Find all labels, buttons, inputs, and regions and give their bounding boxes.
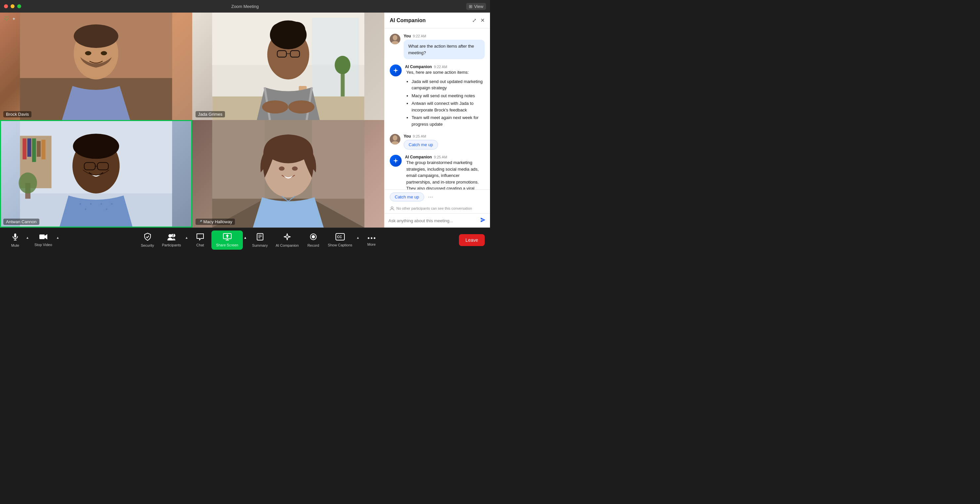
- chat-button[interactable]: Chat: [190, 231, 210, 249]
- stop-video-label: Stop Video: [34, 243, 52, 247]
- svg-point-17: [287, 22, 305, 38]
- more-suggestions-button[interactable]: ···: [427, 194, 434, 200]
- ai-bubble-1: Yes, here are some action items: Jada wi…: [405, 69, 485, 127]
- close-button[interactable]: [4, 4, 8, 8]
- svg-point-57: [393, 135, 397, 141]
- user-avatar-1: [390, 34, 400, 45]
- participants-arrow[interactable]: ▲: [184, 236, 189, 239]
- catch-me-up-suggestion[interactable]: Catch me up: [390, 192, 424, 201]
- message-row-1: You 9:22 AM What are the action items af…: [390, 34, 485, 59]
- ai-message-row-2: AI Companion 9:25 AM The group brainstor…: [390, 155, 485, 189]
- svg-marker-74: [284, 234, 291, 240]
- mute-group: Mute ▲: [5, 231, 30, 250]
- record-icon: [309, 233, 317, 242]
- ai-bubble-2: The group brainstormed marketing strateg…: [405, 159, 485, 189]
- user-message-2: You 9:25 AM Catch me up: [390, 134, 485, 149]
- stop-video-button[interactable]: Stop Video: [31, 232, 56, 249]
- popout-button[interactable]: ⤢: [472, 17, 476, 24]
- ai-companion-button[interactable]: AI Companion: [272, 231, 302, 250]
- sparkle-icon: ✦: [12, 16, 16, 22]
- svg-point-40: [80, 203, 81, 205]
- svg-point-81: [374, 237, 375, 239]
- ai-avatar-1: [390, 65, 402, 76]
- svg-rect-28: [22, 138, 27, 159]
- svg-point-45: [111, 203, 113, 205]
- view-button[interactable]: ⊞ View: [466, 3, 486, 10]
- more-label: More: [367, 242, 375, 246]
- ai-send-button[interactable]: [480, 217, 486, 224]
- svg-rect-29: [27, 138, 32, 156]
- catch-me-up-chip[interactable]: Catch me up: [404, 140, 438, 149]
- captions-arrow[interactable]: ▲: [356, 236, 360, 239]
- participants-button[interactable]: 2 Participants: [159, 231, 184, 249]
- record-label: Record: [307, 243, 319, 247]
- mute-arrow[interactable]: ▲: [25, 236, 30, 239]
- message-group-3: You 9:25 AM Catch me up: [390, 134, 485, 149]
- maximize-button[interactable]: [17, 4, 21, 8]
- toolbar-right: Leave: [459, 234, 485, 246]
- security-label: Security: [141, 243, 154, 247]
- svg-point-34: [19, 173, 37, 194]
- svg-rect-62: [39, 234, 45, 239]
- minimize-button[interactable]: [11, 4, 14, 8]
- camera-icon: [39, 234, 48, 242]
- time-2: 9:25 AM: [413, 134, 426, 138]
- grid-icon: ⊞: [469, 4, 473, 9]
- ai-chat-input[interactable]: [388, 218, 477, 223]
- summary-button[interactable]: Summary: [249, 231, 271, 250]
- title-bar: Zoom Meeting ⊞ View: [0, 0, 490, 13]
- ai-companion-icon: [283, 233, 291, 242]
- record-button[interactable]: Record: [303, 231, 323, 250]
- security-shield-icon: [144, 233, 151, 242]
- svg-point-5: [85, 51, 91, 56]
- sender-you-1: You: [404, 34, 411, 38]
- show-captions-label: Show Captions: [328, 243, 352, 247]
- video-arrow[interactable]: ▲: [56, 236, 60, 239]
- mute-button[interactable]: Mute: [5, 231, 25, 250]
- user-message-1: You 9:22 AM What are the action items af…: [390, 34, 485, 59]
- svg-text:CC: CC: [337, 235, 342, 239]
- svg-rect-31: [37, 141, 41, 157]
- ai-companion-label: AI Companion: [275, 243, 299, 247]
- ai-companion-panel: AI Companion ⤢ ✕: [384, 13, 490, 227]
- participants-group: 2 Participants ▲: [159, 231, 189, 249]
- svg-point-79: [368, 237, 369, 239]
- svg-point-52: [278, 166, 284, 171]
- name-label-antwan: Antwan Cannon: [3, 219, 39, 225]
- message-header-2: You 9:25 AM: [404, 134, 438, 138]
- security-button[interactable]: Security: [138, 231, 158, 250]
- svg-rect-59: [14, 234, 16, 237]
- message-header-1: You 9:22 AM: [404, 34, 485, 38]
- share-screen-arrow[interactable]: ▲: [243, 236, 248, 239]
- ai-panel-action-buttons: ⤢ ✕: [472, 17, 485, 24]
- svg-point-43: [100, 203, 102, 205]
- share-screen-button[interactable]: Share Screen: [212, 231, 243, 250]
- svg-point-53: [292, 166, 298, 171]
- status-icons: 🛡 ✦: [4, 16, 16, 22]
- close-panel-button[interactable]: ✕: [480, 17, 485, 24]
- ai-time-2: 9:25 AM: [434, 155, 447, 159]
- svg-rect-9: [312, 18, 359, 97]
- svg-rect-32: [41, 140, 45, 159]
- toolbar-center: Security 2 Participants ▲: [138, 231, 382, 250]
- message-group-2: AI Companion 9:22 AM Yes, here are some …: [390, 65, 485, 129]
- more-icon: [368, 234, 375, 241]
- svg-point-16: [271, 23, 289, 39]
- ai-message-header-2: AI Companion 9:25 AM: [405, 155, 485, 159]
- message-bubble-1: What are the action items after the meet…: [404, 40, 485, 59]
- video-cell-antwan: Antwan Cannon: [0, 120, 192, 227]
- show-captions-button[interactable]: CC Show Captions: [325, 231, 356, 249]
- svg-point-55: [393, 35, 397, 40]
- more-button[interactable]: More: [362, 232, 382, 248]
- ai-messages-list: You 9:22 AM What are the action items af…: [385, 29, 490, 189]
- name-label-jada: Jada Grimes: [196, 111, 225, 118]
- leave-button[interactable]: Leave: [459, 234, 485, 246]
- sender-you-2: You: [404, 134, 411, 138]
- mute-label: Mute: [11, 243, 19, 247]
- summary-icon: [256, 233, 264, 242]
- svg-point-42: [90, 203, 92, 205]
- send-icon: [480, 217, 486, 223]
- sender-ai-2: AI Companion: [405, 155, 432, 159]
- svg-marker-69: [226, 234, 229, 238]
- share-screen-icon: [223, 233, 232, 242]
